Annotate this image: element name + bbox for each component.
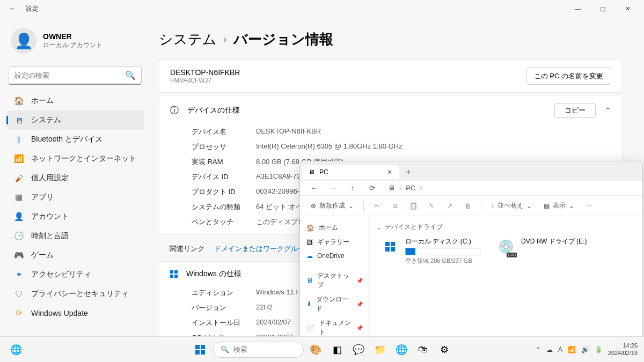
sidebar-item-3[interactable]: 📶ネットワークとインターネット	[6, 149, 144, 168]
copy-icon[interactable]: ⧉	[387, 202, 402, 210]
settings-icon[interactable]: ⚙	[435, 340, 454, 359]
sort-button[interactable]: ↕並べ替え⌄	[487, 199, 536, 212]
dvd-icon: 💿DVD	[496, 237, 516, 256]
store-icon[interactable]: 🛍	[413, 340, 433, 359]
info-icon: ⓘ	[170, 105, 179, 116]
maximize-button[interactable]: ▢	[590, 0, 615, 17]
onedrive-tray-icon[interactable]: ☁	[546, 346, 553, 353]
document-icon: 📄	[306, 324, 314, 331]
search-input[interactable]	[14, 71, 125, 79]
windows-icon	[170, 270, 178, 278]
share-icon[interactable]: ↗	[442, 202, 457, 210]
breadcrumb: システム › バージョン情報	[159, 30, 623, 49]
spec-value: DESKTOP-N6IFKBR	[256, 127, 321, 137]
nav-back-button[interactable]: ←	[306, 184, 321, 192]
nav-desktop[interactable]: 🖥デスクトップ📌	[303, 269, 366, 292]
delete-icon[interactable]: 🗑	[460, 202, 475, 210]
sidebar-item-11[interactable]: ⟳Windows Update	[6, 304, 144, 323]
window-controls: — ▢ ✕	[566, 0, 640, 17]
pin-icon: 📌	[356, 278, 363, 284]
sidebar-item-4[interactable]: 🖌個人用設定	[6, 168, 144, 188]
pc-icon: 🖥	[388, 184, 395, 192]
copy-button[interactable]: コピー	[554, 103, 596, 118]
search-icon: 🔍	[221, 345, 229, 353]
new-button[interactable]: ⊕新規作成⌄	[306, 199, 358, 212]
related-link-domain[interactable]: ドメインまたはワークグループ	[214, 244, 312, 254]
battery-icon[interactable]: 🔋	[595, 346, 603, 353]
start-button[interactable]	[190, 339, 210, 360]
desktop-icon: 🖥	[306, 277, 313, 284]
drive-e[interactable]: 💿DVD DVD RW ドライブ (E:)	[496, 237, 587, 265]
tray-chevron-icon[interactable]: ⌃	[536, 346, 541, 353]
nav-up-button[interactable]: ↑	[345, 184, 360, 192]
chat-icon[interactable]: 💬	[349, 340, 368, 359]
device-spec-title: デバイスの仕様	[187, 106, 546, 115]
cut-icon[interactable]: ✂	[369, 202, 384, 210]
more-icon[interactable]: ⋯	[582, 202, 597, 210]
sidebar-item-7[interactable]: 🕒時刻と言語	[6, 226, 144, 246]
nav-icon: 🕒	[14, 231, 24, 241]
download-icon: ⬇	[306, 300, 312, 308]
rename-icon[interactable]: ✎	[424, 202, 439, 210]
wifi-icon[interactable]: 📶	[568, 346, 576, 353]
new-tab-button[interactable]: +	[401, 167, 416, 177]
sidebar-item-9[interactable]: ✦アクセシビリティ	[6, 265, 144, 284]
nav-downloads[interactable]: ⬇ダウンロード📌	[303, 292, 366, 316]
spec-label: バージョン	[192, 303, 256, 313]
edge-taskbar-icon[interactable]: 🌐	[392, 340, 411, 359]
sidebar-item-label: ネットワークとインターネット	[31, 154, 136, 164]
nav-gallery[interactable]: 🖼ギャラリー	[303, 235, 366, 249]
chevron-down-icon: ⌄	[348, 202, 354, 210]
sidebar-item-6[interactable]: 👤アカウント	[6, 207, 144, 226]
sidebar-item-label: ホーム	[31, 96, 54, 106]
tab-close-icon[interactable]: ✕	[387, 168, 392, 176]
profile[interactable]: 👤 OWNER ローカル アカウント	[6, 21, 144, 64]
minimize-button[interactable]: —	[566, 0, 590, 17]
drive-c[interactable]: ローカル ディスク (C:) 空き領域 206 GB/237 GB	[380, 237, 480, 265]
sidebar-item-10[interactable]: 🛡プライバシーとセキュリティ	[6, 284, 144, 304]
view-button[interactable]: ▦表示⌄	[539, 199, 579, 212]
spec-label: 実装 RAM	[192, 157, 256, 167]
cloud-icon: ☁	[306, 252, 313, 260]
sidebar-item-2[interactable]: ᛒBluetooth とデバイス	[6, 130, 144, 149]
address-bar[interactable]: 🖥 › PC ›	[384, 184, 636, 192]
breadcrumb-parent[interactable]: システム	[159, 30, 217, 49]
sidebar-item-1[interactable]: 🖥システム	[6, 110, 144, 130]
sidebar-item-0[interactable]: 🏠ホーム	[6, 91, 144, 110]
explorer-tab-pc[interactable]: 🖥 PC ✕	[302, 165, 399, 179]
nav-home[interactable]: 🏠ホーム	[303, 220, 366, 235]
section-devices[interactable]: ⌄デバイスとドライブ	[376, 220, 636, 234]
search-box[interactable]: 🔍	[9, 67, 142, 85]
nav-forward-button[interactable]: →	[326, 184, 341, 192]
back-button[interactable]: ←	[4, 4, 21, 13]
device-spec-header[interactable]: ⓘ デバイスの仕様 コピー ⌃	[170, 103, 611, 118]
rename-pc-button[interactable]: この PC の名前を変更	[526, 68, 611, 85]
explorer-icon[interactable]: 📁	[370, 340, 390, 359]
nav-icon: ⟳	[14, 308, 24, 318]
sidebar-item-8[interactable]: 🎮ゲーム	[6, 246, 144, 265]
clock[interactable]: 14:26 2024/02/19	[608, 342, 640, 356]
explorer-window: 🖥 PC ✕ + ← → ↑ ⟳ 🖥 › PC › ⊕新規作成⌄ ✂ ⧉ 📋 ✎…	[299, 161, 643, 346]
nav-onedrive[interactable]: ☁OneDrive	[303, 249, 366, 262]
chevron-right-icon: ›	[399, 184, 401, 192]
nav-icon: 🖌	[14, 173, 24, 183]
profile-sub: ローカル アカウント	[43, 41, 103, 50]
drive-c-name: ローカル ディスク (C:)	[405, 237, 480, 246]
nav-icon: 🏠	[14, 96, 24, 106]
sidebar-item-5[interactable]: ▦アプリ	[6, 188, 144, 207]
paste-icon[interactable]: 📋	[406, 202, 421, 210]
address-text: PC	[406, 184, 415, 192]
close-button[interactable]: ✕	[615, 0, 640, 17]
sidebar: 👤 OWNER ローカル アカウント 🔍 🏠ホーム🖥システムᛒBluetooth…	[0, 17, 150, 336]
home-icon: 🏠	[306, 224, 314, 232]
nav-refresh-button[interactable]: ⟳	[364, 184, 379, 192]
taskbar-search[interactable]: 🔍検索	[213, 342, 304, 358]
drive-c-bar	[405, 248, 480, 255]
task-view-icon[interactable]: ◧	[327, 340, 347, 359]
ime-icon[interactable]: A	[558, 346, 562, 353]
edge-icon[interactable]: 🌐	[6, 340, 26, 359]
sidebar-item-label: 時刻と言語	[31, 231, 69, 241]
volume-icon[interactable]: 🔊	[581, 346, 589, 353]
view-icon: ▦	[544, 202, 550, 210]
widgets-icon[interactable]: 🎨	[306, 340, 325, 359]
